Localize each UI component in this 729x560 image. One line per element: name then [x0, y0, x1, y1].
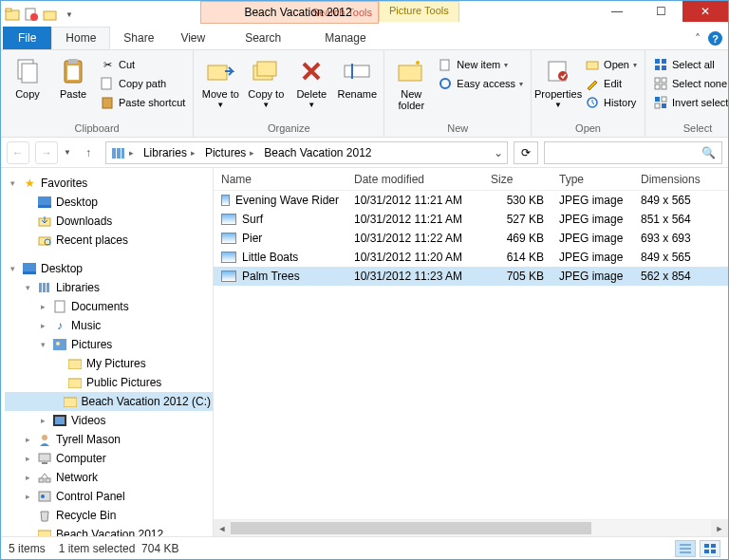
tab-share[interactable]: Share	[110, 27, 167, 49]
qat-dropdown-icon[interactable]: ▼	[62, 7, 77, 22]
minimize-ribbon-icon[interactable]: ˄	[695, 32, 701, 46]
address-bar[interactable]: ▸ Libraries▸ Pictures▸ Beach Vacation 20…	[105, 141, 508, 164]
file-date: 10/31/2012 11:20 AM	[346, 251, 483, 264]
maximize-button[interactable]: ☐	[639, 1, 682, 22]
svg-rect-15	[345, 65, 369, 77]
tree-computer[interactable]: ▸Computer	[5, 449, 213, 468]
properties-button[interactable]: Properties▼	[537, 54, 579, 111]
navigation-pane[interactable]: ▾★Favorites Desktop Downloads Recent pla…	[1, 168, 214, 536]
tree-documents[interactable]: ▸Documents	[5, 297, 213, 316]
file-name: Evening Wave Rider	[235, 194, 339, 207]
breadcrumb-current[interactable]: Beach Vacation 2012	[260, 146, 375, 159]
ribbon-group-clipboard: Copy Paste ✂Cut Copy path Paste shortcut…	[1, 50, 194, 137]
copy-button[interactable]: Copy	[7, 54, 48, 111]
scroll-left-icon[interactable]: ◄	[214, 520, 231, 536]
file-dimensions: 693 x 693	[633, 232, 719, 245]
folder-icon	[67, 356, 83, 371]
column-headers[interactable]: Name Date modified Size Type Dimensions	[214, 168, 728, 191]
cut-button[interactable]: ✂Cut	[98, 56, 187, 73]
file-dimensions: 562 x 854	[633, 270, 719, 283]
tree-user[interactable]: ▸Tyrell Mason	[5, 430, 213, 449]
rename-button[interactable]: Rename	[336, 54, 378, 110]
tree-recycle-bin[interactable]: Recycle Bin	[5, 506, 213, 525]
new-folder-button[interactable]: New folder	[390, 54, 432, 111]
paste-button[interactable]: Paste	[52, 54, 94, 111]
easy-access-button[interactable]: Easy access▾	[436, 75, 525, 92]
svg-rect-24	[655, 59, 660, 64]
tree-fav-desktop[interactable]: Desktop	[5, 193, 213, 212]
contextual-tab-picture-tools[interactable]: Picture Tools	[379, 1, 459, 22]
new-item-button[interactable]: New item▾	[436, 56, 525, 73]
file-row[interactable]: Surf10/31/2012 11:21 AM527 KBJPEG image8…	[214, 210, 728, 229]
refresh-button[interactable]: ⟳	[514, 141, 538, 164]
libraries-icon	[37, 280, 52, 295]
tree-pictures[interactable]: ▾Pictures	[5, 335, 213, 354]
scroll-right-icon[interactable]: ►	[711, 520, 728, 536]
edit-icon	[585, 76, 600, 91]
tree-public-pictures[interactable]: Public Pictures	[5, 373, 213, 392]
file-row[interactable]: Pier10/31/2012 11:22 AM469 KBJPEG image6…	[214, 229, 728, 248]
col-size[interactable]: Size	[483, 173, 551, 186]
tree-control-panel[interactable]: ▸Control Panel	[5, 487, 213, 506]
view-thumbnails-button[interactable]	[700, 540, 720, 557]
tree-music[interactable]: ▸♪Music	[5, 316, 213, 335]
tab-search[interactable]: Search	[232, 27, 294, 49]
delete-button[interactable]: Delete▼	[290, 54, 332, 110]
recent-locations-dropdown[interactable]: ▼	[64, 148, 71, 157]
minimize-button[interactable]: —	[595, 1, 639, 22]
folder-icon	[37, 527, 52, 536]
up-button[interactable]: ↑	[77, 141, 100, 164]
search-box[interactable]: 🔍	[544, 141, 722, 164]
desktop-icon	[37, 195, 52, 210]
new-folder-icon	[396, 56, 426, 86]
close-button[interactable]: ✕	[682, 1, 728, 22]
copy-path-button[interactable]: Copy path	[98, 75, 187, 92]
tab-file[interactable]: File	[3, 27, 51, 49]
svg-rect-30	[655, 84, 660, 89]
paste-shortcut-button[interactable]: Paste shortcut	[98, 94, 187, 111]
history-button[interactable]: History	[583, 94, 639, 111]
copy-to-button[interactable]: Copy to▼	[245, 54, 287, 110]
tree-fav-recent[interactable]: Recent places	[5, 231, 213, 250]
contextual-tab-search-tools[interactable]: Search Tools	[200, 1, 379, 24]
select-none-button[interactable]: Select none	[651, 75, 729, 92]
qat-properties-icon[interactable]	[24, 7, 39, 22]
file-list[interactable]: Evening Wave Rider10/31/2012 11:21 AM530…	[214, 191, 728, 519]
tree-desktop[interactable]: ▾Desktop	[5, 259, 213, 278]
tree-beach-vacation-root[interactable]: Beach Vacation 2012	[5, 525, 213, 536]
tree-network[interactable]: ▸Network	[5, 468, 213, 487]
col-name[interactable]: Name	[214, 173, 346, 186]
scroll-thumb[interactable]	[231, 522, 591, 534]
tab-view[interactable]: View	[167, 27, 218, 49]
folder-icon	[64, 394, 77, 409]
col-date[interactable]: Date modified	[346, 173, 483, 186]
breadcrumb-libraries[interactable]: Libraries▸	[140, 146, 201, 159]
tree-videos[interactable]: ▸Videos	[5, 411, 213, 430]
breadcrumb-pictures[interactable]: Pictures▸	[201, 146, 260, 159]
horizontal-scrollbar[interactable]: ◄ ►	[214, 519, 728, 536]
view-details-button[interactable]	[675, 540, 696, 557]
help-icon[interactable]: ?	[708, 31, 722, 46]
back-button[interactable]: ←	[7, 141, 29, 164]
select-all-button[interactable]: Select all	[651, 56, 729, 73]
tab-manage[interactable]: Manage	[311, 27, 379, 49]
tree-favorites[interactable]: ▾★Favorites	[5, 174, 213, 193]
file-row[interactable]: Palm Trees10/31/2012 11:23 AM705 KBJPEG …	[214, 267, 728, 286]
edit-button[interactable]: Edit	[583, 75, 639, 92]
open-button[interactable]: Open▾	[583, 56, 639, 73]
tab-home[interactable]: Home	[51, 27, 110, 49]
file-row[interactable]: Little Boats10/31/2012 11:20 AM614 KBJPE…	[214, 248, 728, 267]
pictures-icon	[52, 337, 67, 352]
tree-libraries[interactable]: ▾Libraries	[5, 278, 213, 297]
col-dimensions[interactable]: Dimensions	[633, 173, 719, 186]
move-to-button[interactable]: Move to▼	[199, 54, 241, 110]
tree-my-pictures[interactable]: My Pictures	[5, 354, 213, 373]
tree-fav-downloads[interactable]: Downloads	[5, 212, 213, 231]
tree-beach-vacation[interactable]: Beach Vacation 2012 (C:)	[5, 392, 213, 411]
file-row[interactable]: Evening Wave Rider10/31/2012 11:21 AM530…	[214, 191, 728, 210]
forward-button[interactable]: →	[35, 141, 58, 164]
invert-selection-button[interactable]: Invert selection	[651, 94, 729, 111]
address-dropdown-icon[interactable]: ⌄	[494, 146, 503, 159]
col-type[interactable]: Type	[551, 173, 633, 186]
qat-new-folder-icon[interactable]	[43, 7, 58, 22]
